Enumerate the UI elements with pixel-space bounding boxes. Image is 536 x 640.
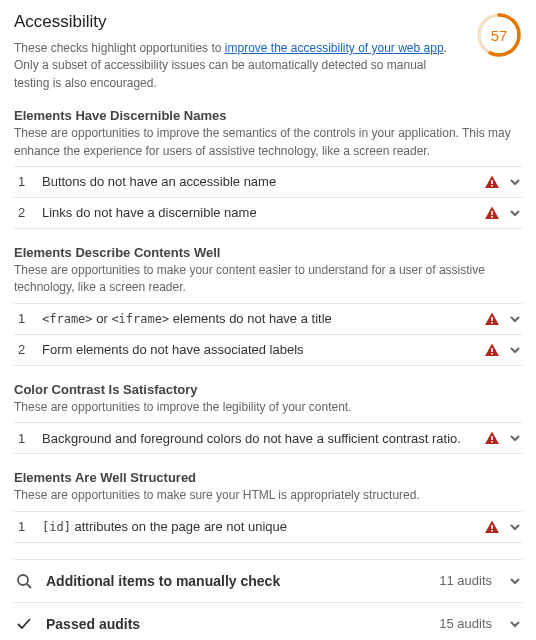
warning-icon (484, 174, 500, 190)
chevron-down-icon (508, 617, 522, 631)
svg-rect-12 (491, 525, 493, 529)
svg-rect-2 (491, 180, 493, 184)
warning-icon (484, 205, 500, 221)
section-title: Elements Describe Contents Well (14, 245, 522, 260)
item-number: 1 (14, 431, 42, 446)
summary-label: Additional items to manually check (46, 573, 439, 589)
section-description: These are opportunities to improve the s… (14, 125, 522, 160)
warning-icon (484, 430, 500, 446)
section-description: These are opportunities to make sure you… (14, 487, 522, 504)
item-label: Background and foreground colors do not … (42, 431, 476, 446)
warning-icon (484, 342, 500, 358)
chevron-down-icon (508, 574, 522, 588)
svg-rect-9 (491, 353, 493, 355)
item-label: Buttons do not have an accessible name (42, 174, 476, 189)
chevron-down-icon (508, 175, 522, 189)
audit-item[interactable]: 2Links do not have a discernible name (14, 197, 522, 229)
page-description: These checks highlight opportunities to … (14, 40, 462, 92)
audit-item[interactable]: 1[id] attributes on the page are not uni… (14, 511, 522, 543)
summary-label: Passed audits (46, 616, 439, 632)
summary-count: 11 audits (439, 573, 492, 588)
svg-rect-6 (491, 317, 493, 321)
search-icon (14, 571, 34, 591)
audit-item[interactable]: 1<frame> or <iframe> elements do not hav… (14, 303, 522, 334)
item-number: 2 (14, 342, 42, 357)
score-gauge: 57 (476, 12, 522, 58)
chevron-down-icon (508, 343, 522, 357)
item-number: 1 (14, 174, 42, 189)
audit-item[interactable]: 2Form elements do not have associated la… (14, 334, 522, 366)
score-value: 57 (476, 12, 522, 58)
svg-rect-5 (491, 216, 493, 218)
chevron-down-icon (508, 312, 522, 326)
item-number: 1 (14, 311, 42, 326)
item-label: Form elements do not have associated lab… (42, 342, 476, 357)
item-label: Links do not have a discernible name (42, 205, 476, 220)
svg-rect-11 (491, 441, 493, 443)
page-title: Accessibility (14, 12, 462, 32)
item-number: 2 (14, 205, 42, 220)
item-label: [id] attributes on the page are not uniq… (42, 519, 476, 534)
svg-rect-8 (491, 348, 493, 352)
svg-rect-7 (491, 322, 493, 324)
svg-point-14 (18, 575, 28, 585)
section-description: These are opportunities to improve the l… (14, 399, 522, 416)
chevron-down-icon (508, 520, 522, 534)
svg-rect-10 (491, 436, 493, 440)
audit-item[interactable]: 1Buttons do not have an accessible name (14, 166, 522, 197)
audit-section: Elements Have Discernible NamesThese are… (14, 108, 522, 229)
svg-rect-4 (491, 211, 493, 215)
accessibility-link[interactable]: improve the accessibility of your web ap… (225, 41, 444, 55)
svg-rect-3 (491, 185, 493, 187)
svg-line-15 (27, 584, 31, 588)
chevron-down-icon (508, 431, 522, 445)
audit-section: Color Contrast Is SatisfactoryThese are … (14, 382, 522, 454)
warning-icon (484, 519, 500, 535)
audit-section: Elements Are Well StructuredThese are op… (14, 470, 522, 542)
section-title: Elements Have Discernible Names (14, 108, 522, 123)
summary-row[interactable]: Additional items to manually check11 aud… (14, 559, 522, 602)
chevron-down-icon (508, 206, 522, 220)
section-title: Elements Are Well Structured (14, 470, 522, 485)
svg-rect-13 (491, 530, 493, 532)
item-number: 1 (14, 519, 42, 534)
summary-row[interactable]: Passed audits15 audits (14, 602, 522, 640)
item-label: <frame> or <iframe> elements do not have… (42, 311, 476, 326)
audit-section: Elements Describe Contents WellThese are… (14, 245, 522, 366)
summary-count: 15 audits (439, 616, 492, 631)
audit-item[interactable]: 1Background and foreground colors do not… (14, 422, 522, 454)
section-title: Color Contrast Is Satisfactory (14, 382, 522, 397)
warning-icon (484, 311, 500, 327)
section-description: These are opportunities to make your con… (14, 262, 522, 297)
check-icon (14, 614, 34, 634)
